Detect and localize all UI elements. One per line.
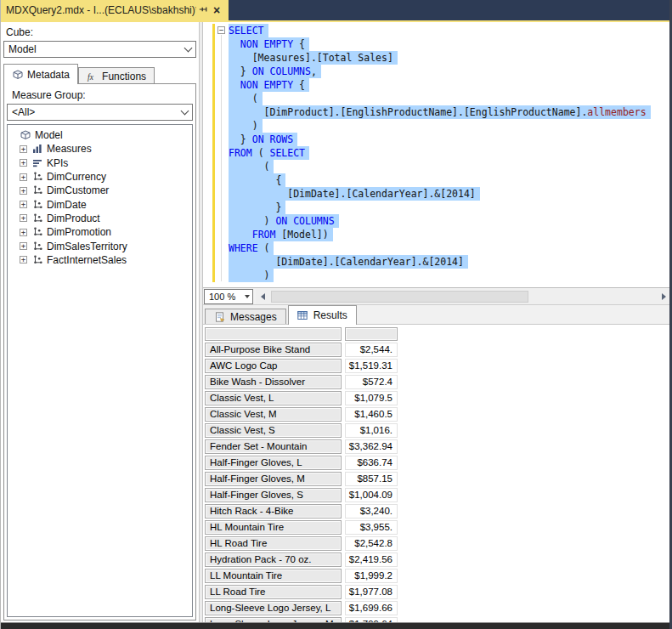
result-value-cell[interactable]: $572.4 (345, 375, 398, 389)
expand-icon[interactable]: + (20, 201, 27, 208)
result-value-cell[interactable]: $636.74 (345, 456, 398, 470)
result-value-cell[interactable]: $2,542.8 (345, 536, 398, 551)
code-line[interactable]: [DimDate].[CalendarYear].&[2014] (229, 187, 651, 201)
expand-icon[interactable]: + (20, 173, 27, 181)
tab-metadata-label: Metadata (27, 69, 70, 81)
result-product-cell[interactable]: LL Road Tire (205, 585, 342, 599)
result-value-cell[interactable]: $1,999.2 (345, 569, 398, 583)
scroll-right-icon[interactable] (657, 290, 670, 303)
tree-item-factinternetsales[interactable]: + FactInternetSales (8, 253, 192, 267)
code-line[interactable]: [DimDate].[CalendarYear].&[2014] (229, 255, 651, 269)
result-value-cell[interactable]: $1,460.5 (345, 407, 398, 422)
collapse-region-icon[interactable]: − (217, 26, 225, 34)
cube-select[interactable]: Model (3, 41, 196, 58)
code-line[interactable]: { (229, 173, 651, 187)
measure-group-value: <All> (12, 106, 35, 118)
tab-functions[interactable]: fx Functions (78, 67, 155, 84)
code-line[interactable]: ) (229, 269, 651, 282)
expand-icon[interactable]: + (20, 214, 27, 222)
result-product-cell[interactable]: Half-Finger Gloves, S (205, 488, 342, 502)
result-value-cell[interactable]: $3,362.94 (345, 439, 398, 454)
result-product-cell[interactable]: HL Road Tire (205, 536, 342, 551)
result-value-cell[interactable]: $1,016. (345, 423, 398, 438)
result-value-cell[interactable]: $1,699.66 (345, 601, 398, 615)
result-value-cell[interactable]: $1,977.08 (345, 585, 398, 599)
tree-item-dimdate[interactable]: + DimDate (8, 197, 192, 211)
results-icon (297, 310, 308, 320)
result-product-cell[interactable]: Hitch Rack - 4-Bike (205, 504, 342, 518)
result-product-cell[interactable]: AWC Logo Cap (205, 359, 342, 373)
expand-icon[interactable]: + (20, 256, 27, 264)
tab-messages[interactable]: Messages (205, 309, 286, 325)
result-row: HL Road Tire$2,542.8 (205, 536, 670, 551)
code-line[interactable]: [Measures].[Total Sales] (229, 51, 651, 65)
result-row: HL Mountain Tire$3,955. (205, 520, 670, 535)
horizontal-scrollbar[interactable] (256, 289, 670, 304)
expand-icon[interactable]: + (20, 145, 27, 153)
code-line[interactable]: ( (229, 160, 651, 173)
metadata-tree: Model+ Measures+ KPIs+ DimCurrency+ DimC… (7, 124, 193, 617)
measure-group-label: Measure Group: (7, 87, 193, 104)
tree-item-dimcurrency[interactable]: + DimCurrency (8, 170, 192, 184)
code-line[interactable]: ) (229, 119, 651, 133)
tab-results[interactable]: Results (288, 305, 357, 325)
tree-item-kpis[interactable]: + KPIs (8, 156, 192, 170)
code-line[interactable]: } (229, 201, 651, 214)
result-row: Bike Wash - Dissolver$572.4 (205, 375, 670, 389)
code-line[interactable]: WHERE ( (229, 241, 651, 255)
tree-item-model[interactable]: Model (8, 128, 192, 142)
measure-group-select[interactable]: <All> (7, 104, 193, 121)
expand-icon[interactable]: + (20, 229, 27, 236)
result-value-cell[interactable]: $1,079.5 (345, 391, 398, 405)
result-product-cell[interactable]: LL Mountain Tire (205, 569, 342, 583)
code-line[interactable]: } ON COLUMNS, (229, 65, 651, 78)
code-line[interactable]: NON EMPTY { (229, 78, 651, 92)
document-tab[interactable]: MDXQuery2.mdx - I...(ECLAUS\sbakhshi)* × (1, 0, 229, 20)
result-product-cell[interactable]: Long-Sleeve Logo Jersey, L (205, 601, 342, 615)
scroll-left-icon[interactable] (256, 290, 269, 303)
result-product-cell[interactable]: Classic Vest, S (205, 423, 342, 438)
result-product-cell[interactable]: Half-Finger Gloves, M (205, 472, 342, 486)
tree-item-measures[interactable]: + Measures (8, 142, 192, 156)
result-value-cell[interactable]: $857.15 (345, 472, 398, 486)
result-value-cell[interactable]: $2,544. (345, 343, 398, 357)
result-product-cell[interactable]: Half-Finger Gloves, L (205, 456, 342, 470)
result-product-cell[interactable]: All-Purpose Bike Stand (205, 343, 342, 357)
result-product-cell[interactable]: HL Mountain Tire (205, 520, 342, 535)
expand-icon[interactable]: + (20, 242, 27, 250)
code-line[interactable]: ) ON COLUMNS (229, 214, 651, 228)
zoom-select[interactable]: 100 % (204, 289, 253, 304)
result-value-cell[interactable]: $1,004.09 (345, 488, 398, 502)
mdx-code-editor[interactable]: − SELECT NON EMPTY { [Measures].[Total S… (203, 22, 670, 287)
result-product-cell[interactable]: Classic Vest, M (205, 407, 342, 422)
result-value-cell[interactable]: $1,519.31 (345, 359, 398, 373)
close-icon[interactable]: × (210, 3, 223, 17)
code-line[interactable]: FROM ( SELECT (229, 146, 651, 160)
code-line[interactable]: } ON ROWS (229, 133, 651, 146)
code-text[interactable]: SELECT NON EMPTY { [Measures].[Total Sal… (229, 24, 651, 282)
code-line[interactable]: ( (229, 92, 651, 105)
grid-column-header[interactable] (345, 327, 398, 341)
tree-item-dimpromotion[interactable]: + DimPromotion (8, 225, 192, 239)
result-product-cell[interactable]: Fender Set - Mountain (205, 439, 342, 454)
scrollbar-thumb[interactable] (271, 291, 528, 303)
result-product-cell[interactable]: Bike Wash - Dissolver (205, 375, 342, 389)
expand-icon[interactable]: + (20, 159, 27, 167)
code-line[interactable]: FROM [Model]) (229, 228, 651, 241)
tree-item-dimproduct[interactable]: + DimProduct (8, 212, 192, 225)
tree-item-label: DimSalesTerritory (47, 241, 127, 252)
grid-column-header[interactable] (205, 327, 342, 341)
tab-metadata[interactable]: Metadata (3, 64, 78, 84)
code-line[interactable]: NON EMPTY { (229, 37, 651, 51)
pin-icon[interactable] (196, 3, 210, 17)
result-value-cell[interactable]: $2,419.56 (345, 552, 398, 567)
result-product-cell[interactable]: Classic Vest, L (205, 391, 342, 405)
code-line[interactable]: SELECT (229, 24, 651, 37)
tree-item-dimcustomer[interactable]: + DimCustomer (8, 184, 192, 197)
tree-item-dimsalesterritory[interactable]: + DimSalesTerritory (8, 239, 192, 252)
result-value-cell[interactable]: $3,240. (345, 504, 398, 518)
expand-icon[interactable]: + (20, 187, 27, 195)
result-value-cell[interactable]: $3,955. (345, 520, 398, 535)
result-product-cell[interactable]: Hydration Pack - 70 oz. (205, 552, 342, 567)
code-line[interactable]: [DimProduct].[EnglishProductName].[Engli… (229, 105, 651, 119)
